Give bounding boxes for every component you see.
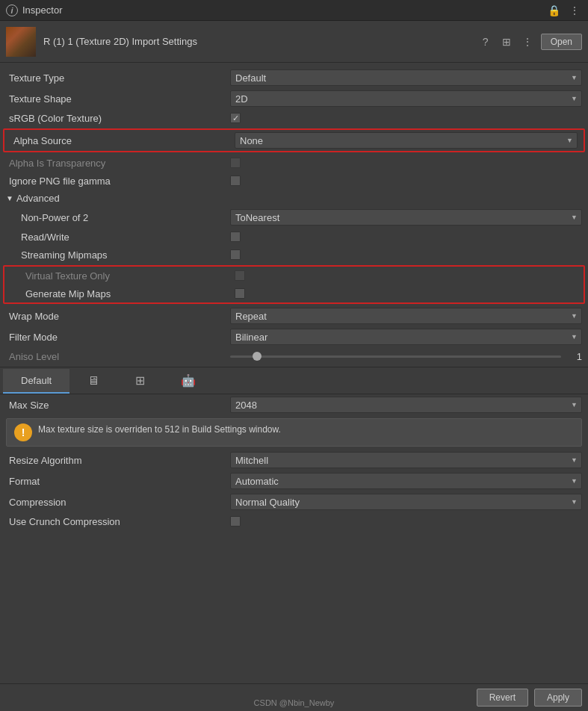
readwrite-label: Read/Write (6, 232, 230, 243)
srgb-row: sRGB (Color Texture) (0, 109, 588, 127)
aniso-slider-value: 1 (567, 351, 582, 362)
readwrite-value (230, 232, 582, 242)
tab-grid[interactable]: ⊞ (117, 369, 163, 394)
advanced-triangle: ▼ (6, 194, 13, 202)
warning-box: ! Max texture size is overriden to 512 i… (6, 418, 582, 447)
lock-icon[interactable]: 🔒 (546, 3, 561, 18)
wrap-mode-value: Repeat (230, 308, 582, 324)
alpha-source-highlight: Alpha Source None (3, 128, 585, 152)
aniso-slider-track[interactable] (230, 356, 561, 358)
filter-mode-dropdown-wrapper: Bilinear (230, 329, 582, 345)
streaming-label: Streaming Mipmaps (6, 249, 230, 261)
alpha-transparency-checkbox[interactable] (230, 158, 241, 168)
wrap-mode-dropdown[interactable]: Repeat (230, 308, 582, 324)
ignore-png-row: Ignore PNG file gamma (0, 172, 588, 190)
alpha-source-value: None (235, 132, 578, 149)
virtual-texture-checkbox[interactable] (235, 270, 245, 281)
alpha-source-dropdown-wrapper: None (235, 132, 578, 149)
format-row: Format Automatic (0, 471, 588, 491)
tab-monitor[interactable]: 🖥 (69, 369, 117, 394)
non-power-dropdown[interactable]: ToNearest (230, 209, 582, 226)
max-size-dropdown-wrapper: 2048 (230, 397, 582, 413)
compression-dropdown-wrapper: Normal Quality (230, 494, 582, 510)
tab-android[interactable]: 🤖 (163, 369, 214, 394)
help-icon[interactable]: ? (478, 34, 493, 49)
aniso-value: 1 (230, 351, 582, 362)
resize-algo-row: Resize Algorithm Mitchell (0, 450, 588, 471)
texture-shape-value: 2D (230, 90, 582, 107)
max-size-dropdown[interactable]: 2048 (230, 397, 582, 413)
separator-1 (0, 367, 588, 367)
compression-label: Compression (6, 497, 230, 508)
srgb-checkbox[interactable] (230, 113, 241, 123)
filter-mode-row: Filter Mode Bilinear (0, 326, 588, 347)
android-icon: 🤖 (181, 373, 196, 388)
non-power-row: Non-Power of 2 ToNearest (0, 207, 588, 228)
max-size-value: 2048 (230, 397, 582, 413)
aniso-label: Aniso Level (6, 351, 230, 362)
readwrite-row: Read/Write (0, 228, 588, 246)
texture-type-dropdown[interactable]: Default (230, 69, 582, 86)
title-bar-left: i Inspector (6, 4, 546, 16)
filter-mode-dropdown[interactable]: Bilinear (230, 329, 582, 345)
format-dropdown-wrapper: Automatic (230, 473, 582, 489)
texture-shape-label: Texture Shape (6, 93, 230, 105)
max-size-label: Max Size (6, 400, 230, 411)
readwrite-checkbox[interactable] (230, 232, 241, 242)
tab-default[interactable]: Default (3, 369, 69, 394)
format-dropdown[interactable]: Automatic (230, 473, 582, 489)
advanced-section[interactable]: ▼ Advanced (0, 190, 588, 207)
texture-thumbnail (6, 27, 36, 57)
header-more-icon[interactable]: ⋮ (520, 34, 535, 49)
alpha-transparency-row: Alpha Is Transparency (0, 154, 588, 172)
resize-algo-dropdown[interactable]: Mitchell (230, 452, 582, 468)
texture-shape-row: Texture Shape 2D (0, 88, 588, 109)
crunch-value (230, 516, 582, 527)
filter-mode-value: Bilinear (230, 329, 582, 345)
texture-shape-dropdown-wrapper: 2D (230, 90, 582, 107)
filter-mode-label: Filter Mode (6, 332, 230, 343)
resize-algo-dropdown-wrapper: Mitchell (230, 452, 582, 468)
resize-algo-value: Mitchell (230, 452, 582, 468)
platform-tabs: Default 🖥 ⊞ 🤖 (0, 369, 588, 394)
monitor-icon: 🖥 (87, 374, 99, 388)
alpha-transparency-label: Alpha Is Transparency (6, 158, 230, 169)
alpha-source-label: Alpha Source (10, 135, 235, 146)
texture-type-dropdown-wrapper: Default (230, 69, 582, 86)
aniso-row: Aniso Level 1 (0, 347, 588, 365)
tab-default-label: Default (21, 375, 52, 386)
grid-icon: ⊞ (135, 373, 145, 388)
aniso-slider-row: 1 (230, 351, 582, 362)
streaming-value (230, 249, 582, 260)
more-options-icon[interactable]: ⋮ (567, 3, 582, 18)
non-power-label: Non-Power of 2 (6, 212, 230, 223)
title-bar-right: 🔒 ⋮ (546, 3, 582, 18)
alpha-source-row: Alpha Source None (4, 130, 584, 151)
warning-icon: ! (14, 423, 32, 441)
generate-mip-row: Generate Mip Maps (4, 285, 584, 302)
texture-shape-dropdown[interactable]: 2D (230, 90, 582, 107)
streaming-checkbox[interactable] (230, 249, 241, 260)
alpha-source-dropdown[interactable]: None (235, 132, 578, 149)
generate-mip-checkbox[interactable] (235, 288, 245, 299)
crunch-row: Use Crunch Compression (0, 512, 588, 530)
warning-text: Max texture size is overriden to 512 in … (38, 423, 281, 436)
footer-credit: CSDN @Nbin_Newby (254, 698, 335, 707)
non-power-dropdown-wrapper: ToNearest (230, 209, 582, 226)
crunch-checkbox[interactable] (230, 516, 241, 527)
layout-icon[interactable]: ⊞ (499, 34, 514, 49)
generate-mip-highlight: Virtual Texture Only Generate Mip Maps (3, 265, 585, 304)
ignore-png-label: Ignore PNG file gamma (6, 176, 230, 187)
srgb-value (230, 113, 582, 123)
inspector-title: Inspector (22, 4, 62, 16)
crunch-label: Use Crunch Compression (6, 516, 230, 527)
compression-dropdown[interactable]: Normal Quality (230, 494, 582, 510)
open-button[interactable]: Open (541, 34, 582, 50)
import-settings-title: R (1) 1 (Texture 2D) Import Settings (43, 36, 478, 47)
ignore-png-checkbox[interactable] (230, 176, 241, 186)
generate-mip-label: Generate Mip Maps (10, 288, 235, 299)
max-size-row: Max Size 2048 (0, 394, 588, 415)
inspector-content: Texture Type Default Texture Shape 2D sR… (0, 63, 588, 535)
aniso-slider-thumb[interactable] (253, 352, 261, 361)
title-bar: i Inspector 🔒 ⋮ (0, 0, 588, 21)
